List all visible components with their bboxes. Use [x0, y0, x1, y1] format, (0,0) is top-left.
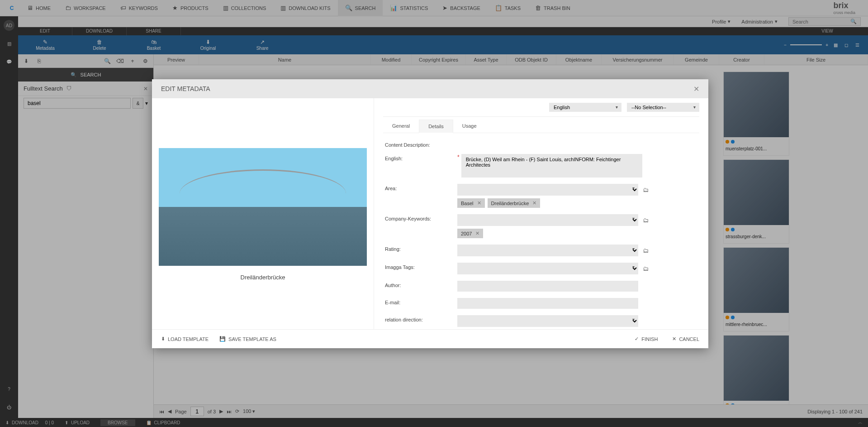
- input-author[interactable]: [457, 281, 638, 292]
- cancel-button[interactable]: ✕CANCEL: [672, 336, 699, 342]
- label-email: E-mail:: [385, 298, 457, 305]
- save-icon: 💾: [219, 336, 226, 342]
- select-relation-direction[interactable]: [457, 315, 638, 327]
- finish-button[interactable]: ✓FINISH: [635, 336, 658, 342]
- asset-caption: Dreiländerbrücke: [241, 274, 285, 281]
- edit-metadata-modal: EDIT METADATA ✕ Dreiländerbrücke English…: [152, 79, 708, 348]
- asset-preview-image: [159, 148, 367, 266]
- select-company-keywords[interactable]: [457, 214, 638, 226]
- save-template-button[interactable]: 💾SAVE TEMPLATE AS: [219, 336, 276, 342]
- label-english: English:: [385, 154, 457, 161]
- modal-footer: ⬇LOAD TEMPLATE 💾SAVE TEMPLATE AS ✓FINISH…: [152, 329, 708, 348]
- chip-remove-icon[interactable]: ✕: [532, 200, 536, 206]
- metadata-tabs: General Details Usage: [383, 120, 699, 133]
- tab-usage[interactable]: Usage: [453, 120, 486, 133]
- download-icon: ⬇: [161, 336, 165, 342]
- modal-close-button[interactable]: ✕: [693, 85, 699, 93]
- chip-remove-icon[interactable]: ✕: [475, 230, 479, 236]
- tab-general[interactable]: General: [383, 120, 419, 133]
- label-imagga: Imagga Tags:: [385, 263, 457, 270]
- input-english-description[interactable]: Brücke, (D) Weil am Rhein - (F) Saint Lo…: [461, 154, 642, 178]
- select-rating[interactable]: [457, 245, 638, 256]
- label-author: Author:: [385, 281, 457, 288]
- close-icon: ✕: [672, 336, 676, 342]
- label-rating: Rating:: [385, 245, 457, 252]
- chip-remove-icon[interactable]: ✕: [477, 200, 481, 206]
- modal-form-pane: English --No Selection-- General Details…: [374, 98, 708, 329]
- check-icon: ✓: [635, 336, 639, 342]
- input-email[interactable]: [457, 298, 638, 309]
- tab-details[interactable]: Details: [419, 120, 453, 133]
- tree-picker-icon[interactable]: 🗂: [643, 247, 649, 254]
- tree-picker-icon[interactable]: 🗂: [643, 265, 649, 272]
- tree-picker-icon[interactable]: 🗂: [643, 187, 649, 193]
- load-template-button[interactable]: ⬇LOAD TEMPLATE: [161, 336, 209, 342]
- chip-label: 2007: [461, 231, 472, 236]
- language-select[interactable]: English: [549, 103, 621, 112]
- label-company-keywords: Company-Keywords:: [385, 214, 457, 221]
- metadata-form: Content Description: English: * Brücke, …: [383, 133, 699, 329]
- modal-preview-pane: Dreiländerbrücke: [152, 98, 374, 329]
- chip-label: Basel: [461, 201, 474, 206]
- select-area[interactable]: [457, 184, 638, 196]
- tree-picker-icon[interactable]: 🗂: [643, 217, 649, 224]
- area-chip[interactable]: Dreiländerbrücke✕: [488, 198, 541, 208]
- chip-label: Dreiländerbrücke: [491, 201, 529, 206]
- select-imagga-tags[interactable]: [457, 263, 638, 274]
- area-chip[interactable]: Basel✕: [457, 198, 485, 208]
- modal-title: EDIT METADATA: [161, 85, 210, 92]
- template-select[interactable]: --No Selection--: [627, 103, 699, 112]
- label-area: Area:: [385, 184, 457, 191]
- required-indicator: *: [457, 154, 460, 178]
- modal-header: EDIT METADATA ✕: [152, 79, 708, 98]
- label-content-description: Content Description:: [385, 140, 457, 148]
- keyword-chip[interactable]: 2007✕: [457, 229, 483, 238]
- label-relation: relation direction:: [385, 315, 457, 322]
